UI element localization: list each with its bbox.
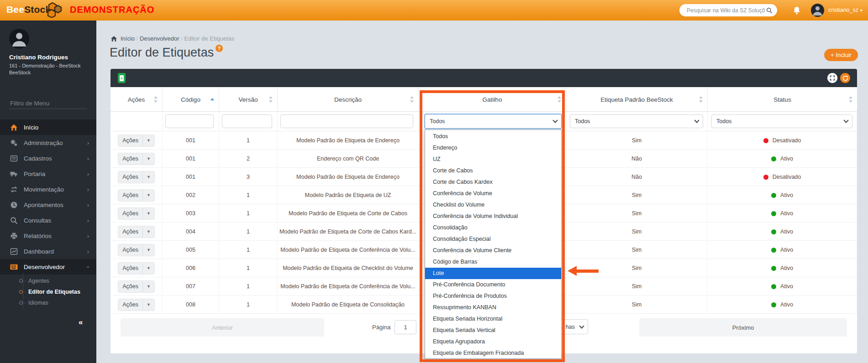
user-avatar[interactable] — [811, 4, 824, 17]
page-label: Página — [372, 324, 390, 331]
submenu-item-editor-de-etiquetas[interactable]: Editor de Etiquetas — [0, 286, 96, 297]
sidebar-item-apontamentos[interactable]: Apontamentos› — [0, 197, 96, 213]
user-menu[interactable]: cristiano_sz▾ — [828, 7, 863, 13]
page-number-input[interactable] — [395, 320, 416, 334]
excel-export-icon[interactable]: x — [118, 73, 126, 83]
keyboard-icon — [10, 263, 18, 271]
column-header-versa-o[interactable]: Versão — [219, 87, 278, 112]
actions-label: Ações — [118, 137, 142, 144]
sidebar-item-relatorios[interactable]: Relatórios› — [0, 228, 96, 244]
environment-label: DEMONSTRAÇÃO — [70, 5, 154, 15]
column-header-co-digo[interactable]: Código — [163, 87, 219, 112]
chevron-down-icon — [579, 323, 584, 328]
actions-dropdown-button[interactable]: Ações▼ — [118, 153, 155, 165]
codigo-filter-input[interactable] — [165, 114, 214, 128]
actions-dropdown-button[interactable]: Ações▼ — [118, 135, 155, 147]
wiki-search[interactable] — [679, 4, 777, 16]
search-icon — [766, 7, 773, 14]
actions-dropdown-button[interactable]: Ações▼ — [118, 189, 155, 202]
incluir-button[interactable]: + Incluir — [824, 49, 858, 61]
help-icon[interactable]: ? — [216, 45, 223, 52]
actions-cell: Ações▼ — [110, 241, 163, 259]
status-label: Ativo — [780, 210, 793, 217]
top-bar: BeeStock DEMONSTRAÇÃO cristiano_sz▾ — [0, 0, 868, 21]
actions-dropdown-button[interactable]: Ações▼ — [118, 207, 155, 220]
status-cell: Ativo — [708, 150, 857, 168]
column-label: Ações — [128, 96, 145, 103]
status-label: Ativo — [780, 247, 793, 253]
status-dot-icon — [771, 266, 776, 271]
dropdown-option[interactable]: UZ — [425, 154, 561, 165]
dropdown-option[interactable]: Consolidação Especial — [425, 233, 561, 245]
sidebar-item-desenvolvedor[interactable]: Desenvolvedor› — [0, 259, 96, 275]
actions-dropdown-button[interactable]: Ações▼ — [118, 244, 155, 256]
sidebar-item-inicio[interactable]: Início — [0, 119, 96, 135]
actions-dropdown-button[interactable]: Ações▼ — [118, 280, 155, 293]
description-cell: Modelo Padrão de Etiqueta de UZ — [278, 186, 419, 204]
sidebar-item-administracao[interactable]: Administração› — [0, 135, 96, 150]
status-dot-icon — [771, 284, 776, 289]
actions-dropdown-button[interactable]: Ações▼ — [118, 226, 155, 238]
dropdown-option[interactable]: Pré-Conferência Documento — [425, 279, 561, 290]
status-filter-select[interactable]: Todos — [711, 114, 852, 128]
sidebar-item-dashboard[interactable]: Dashboard› — [0, 244, 96, 259]
dropdown-option[interactable]: Etiqueta Seriada Vertical — [425, 325, 561, 336]
dropdown-option[interactable]: Consolidação — [425, 222, 561, 233]
menu-filter-input[interactable] — [9, 98, 87, 109]
actions-dropdown-button[interactable]: Ações▼ — [118, 262, 155, 275]
actions-dropdown-button[interactable]: Ações▼ — [118, 299, 155, 311]
dropdown-option[interactable]: Corte de Cabos Kardex — [425, 176, 561, 188]
breadcrumb-item[interactable]: Desenvolvedor — [140, 35, 179, 42]
sidebar-user-name: Cristiano Rodrigues — [9, 54, 68, 61]
column-header-gatilho[interactable]: Gatilho — [419, 87, 566, 112]
dropdown-option[interactable]: Conferência de Volume Individual — [425, 211, 561, 222]
dropdown-option[interactable]: Checklist do Volume — [425, 199, 561, 211]
column-header-ac-o-es[interactable]: Ações — [110, 87, 163, 112]
submenu-item-agentes[interactable]: Agentes — [0, 275, 96, 286]
dropdown-option[interactable]: Conferência de Volume — [425, 188, 561, 199]
sidebar-item-portaria[interactable]: Portaria› — [0, 166, 96, 182]
descricao-filter-input[interactable] — [280, 114, 413, 128]
code-cell: 007 — [163, 277, 219, 296]
column-header-descric-a-o[interactable]: Descrição — [278, 87, 419, 112]
gatilho-filter-select[interactable]: Todos — [425, 114, 562, 129]
dropdown-option[interactable]: Conferência de Volume Cliente — [425, 245, 561, 256]
dropdown-option[interactable]: Todos — [425, 131, 561, 142]
version-cell: 1 — [219, 241, 278, 259]
dropdown-option[interactable]: Lote — [425, 268, 561, 279]
sidebar-item-consultas[interactable]: Consultas› — [0, 213, 96, 228]
dropdown-option[interactable]: Corte de Cabos — [425, 165, 561, 176]
sidebar-item-label: Apontamentos — [24, 202, 63, 208]
versao-filter-input[interactable] — [222, 114, 272, 128]
dropdown-option[interactable]: Endereço — [425, 142, 561, 154]
dropdown-option[interactable]: Pré-Conferência de Produtos — [425, 290, 561, 302]
sidebar-collapse-button[interactable]: « — [79, 318, 83, 327]
dropdown-option[interactable]: Etiqueta de Embalagem Fracionada — [425, 347, 561, 359]
swap-icon — [10, 186, 18, 193]
refresh-icon[interactable] — [840, 73, 850, 83]
sidebar-item-cadastros[interactable]: Cadastros› — [0, 150, 96, 166]
bell-icon[interactable] — [793, 6, 801, 15]
status-cell: Ativo — [708, 277, 857, 296]
dropdown-option[interactable]: Etiqueta Agrupadora — [425, 336, 561, 347]
dropdown-option[interactable]: Código de Barras — [425, 256, 561, 268]
previous-page-button[interactable]: Anterior — [121, 318, 324, 337]
search-input[interactable] — [686, 7, 766, 14]
dropdown-option[interactable]: Ressuprimento KANBAN — [425, 302, 561, 313]
sort-icon — [410, 96, 414, 103]
chevron-right-icon: › — [87, 186, 89, 193]
submenu-item-idiomas[interactable]: Idiomas — [0, 297, 96, 308]
etiqueta-padrao-filter-select[interactable]: Todos — [570, 114, 703, 128]
actions-dropdown-button[interactable]: Ações▼ — [118, 171, 155, 183]
dropdown-option[interactable]: Etiqueta Seriada Horizontal — [425, 313, 561, 325]
column-header-etiqueta-padra-o-beestock[interactable]: Etiqueta Padrão BeeStock — [566, 87, 708, 112]
status-label: Desativado — [773, 174, 801, 180]
status-dot-icon — [771, 248, 776, 253]
filter-cell — [163, 112, 219, 131]
expand-icon[interactable] — [827, 73, 837, 83]
column-header-status[interactable]: Status — [708, 87, 857, 112]
next-page-button[interactable]: Próximo — [639, 318, 847, 337]
breadcrumb-item[interactable]: Início — [121, 35, 135, 42]
sidebar-item-movimentacao[interactable]: Movimentação› — [0, 182, 96, 197]
beestock-logo[interactable]: BeeStock — [6, 4, 51, 15]
